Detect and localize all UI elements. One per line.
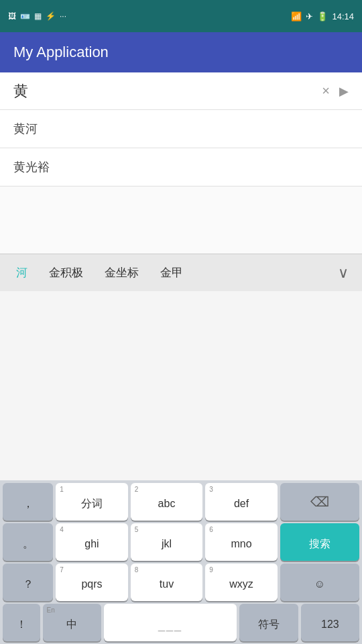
key-9-wxyz[interactable]: 9 wxyz bbox=[205, 564, 278, 601]
key-search[interactable]: 搜索 bbox=[280, 523, 359, 561]
usb-icon: ⚡ bbox=[46, 11, 56, 21]
search-clear-button[interactable]: × bbox=[322, 83, 330, 99]
key-5-jkl[interactable]: 5 jkl bbox=[131, 523, 203, 561]
key-num-9: 9 bbox=[209, 566, 213, 574]
suggestion-item-3[interactable]: 金甲 bbox=[149, 260, 194, 286]
wifi-icon: 📶 bbox=[291, 11, 302, 21]
key-space-label: ___ bbox=[158, 618, 182, 632]
key-4-ghi[interactable]: 4 ghi bbox=[56, 523, 128, 561]
photo-icon: 🖼 bbox=[8, 11, 16, 21]
key-3-def[interactable]: 3 def bbox=[205, 483, 278, 521]
key-lang-chinese: 中 bbox=[66, 618, 77, 632]
key-space[interactable]: ___ bbox=[104, 604, 237, 641]
content-area: 黄 × ▶ 黄河 黄光裕 bbox=[0, 72, 362, 186]
key-7-label: pqrs bbox=[81, 578, 102, 590]
signal-icon: ✈ bbox=[306, 11, 313, 21]
key-4-label: ghi bbox=[84, 538, 99, 550]
key-num-3: 3 bbox=[209, 486, 213, 493]
key-comma-label: ， bbox=[23, 497, 34, 511]
status-icons-right: 📶 ✈ 🔋 14:14 bbox=[291, 11, 354, 21]
key-emoji-label: ☺ bbox=[314, 578, 325, 590]
key-8-label: tuv bbox=[160, 578, 174, 590]
key-1-fensi[interactable]: 1 分词 bbox=[56, 483, 128, 521]
key-9-label: wxyz bbox=[229, 578, 253, 590]
keyboard-row-3: ？ 7 pqrs 8 tuv 9 wxyz ☺ bbox=[0, 561, 362, 601]
key-num-6: 6 bbox=[209, 526, 213, 533]
key-5-label: jkl bbox=[162, 538, 172, 550]
status-bar: 🖼 🪪 ▦ ⚡ ··· 📶 ✈ 🔋 14:14 bbox=[0, 0, 362, 32]
key-question-label: ？ bbox=[23, 578, 34, 592]
key-period[interactable]: 。 bbox=[3, 523, 53, 561]
key-lang-label: En bbox=[47, 606, 55, 614]
key-period-label: 。 bbox=[23, 537, 34, 551]
key-comma[interactable]: ， bbox=[3, 483, 53, 521]
key-question[interactable]: ？ bbox=[3, 564, 53, 601]
key-num-5: 5 bbox=[135, 526, 139, 533]
more-icon: ··· bbox=[60, 11, 66, 21]
key-num-7: 7 bbox=[60, 566, 64, 574]
key-search-label: 搜索 bbox=[309, 537, 330, 551]
suggestions-bar: 河 金积极 金坐标 金甲 ∨ bbox=[0, 254, 362, 291]
app-title: My Application bbox=[13, 44, 109, 61]
keyboard-row-2: 。 4 ghi 5 jkl 6 mno 搜索 bbox=[0, 521, 362, 561]
list-item-text: 黄河 bbox=[13, 121, 38, 137]
app-bar: My Application bbox=[0, 32, 362, 72]
key-num-4: 4 bbox=[60, 526, 64, 533]
search-arrow-button[interactable]: ▶ bbox=[339, 84, 349, 99]
keyboard: ， 1 分词 2 abc 3 def ⌫ 。 4 ghi 5 jkl bbox=[0, 480, 362, 644]
key-8-tuv[interactable]: 8 tuv bbox=[131, 564, 203, 601]
key-lang-switch[interactable]: En 中 bbox=[43, 604, 101, 641]
keyboard-row-1: ， 1 分词 2 abc 3 def ⌫ bbox=[0, 480, 362, 521]
key-exclaim-label: ！ bbox=[16, 618, 27, 632]
time-display: 14:14 bbox=[332, 11, 354, 21]
list-item-text: 黄光裕 bbox=[13, 159, 50, 175]
key-2-abc[interactable]: 2 abc bbox=[131, 483, 203, 521]
id-icon: 🪪 bbox=[20, 11, 30, 21]
key-6-mno[interactable]: 6 mno bbox=[205, 523, 278, 561]
key-2-label: abc bbox=[158, 498, 176, 510]
list-item[interactable]: 黄河 bbox=[0, 110, 362, 148]
search-input-value[interactable]: 黄 bbox=[13, 81, 322, 101]
keyboard-row-4: ！ En 中 ___ 符号 123 bbox=[0, 601, 362, 644]
suggestion-item-1[interactable]: 金积极 bbox=[38, 260, 94, 286]
key-1-label: 分词 bbox=[81, 497, 103, 511]
key-num-switch-label: 123 bbox=[321, 619, 339, 631]
key-num-switch[interactable]: 123 bbox=[301, 604, 359, 641]
key-punct[interactable]: 符号 bbox=[239, 604, 298, 641]
key-7-pqrs[interactable]: 7 pqrs bbox=[56, 564, 128, 601]
search-row[interactable]: 黄 × ▶ bbox=[0, 72, 362, 110]
key-num-1: 1 bbox=[60, 486, 64, 493]
key-num-8: 8 bbox=[135, 566, 139, 574]
suggestion-item-2[interactable]: 金坐标 bbox=[94, 260, 149, 286]
key-punct-label: 符号 bbox=[258, 618, 280, 632]
suggestion-item-0[interactable]: 河 bbox=[5, 260, 38, 286]
key-emoji[interactable]: ☺ bbox=[280, 564, 359, 601]
battery-icon: 🔋 bbox=[317, 11, 328, 21]
suggestions-expand-button[interactable]: ∨ bbox=[330, 259, 357, 287]
key-3-label: def bbox=[234, 498, 249, 510]
key-6-label: mno bbox=[231, 538, 251, 550]
key-exclaim[interactable]: ！ bbox=[3, 604, 40, 641]
key-delete[interactable]: ⌫ bbox=[280, 483, 359, 521]
delete-icon: ⌫ bbox=[310, 494, 329, 510]
list-item[interactable]: 黄光裕 bbox=[0, 148, 362, 186]
key-num-2: 2 bbox=[135, 486, 139, 493]
empty-area bbox=[0, 186, 362, 254]
screen-icon: ▦ bbox=[34, 11, 42, 21]
status-icons-left: 🖼 🪪 ▦ ⚡ ··· bbox=[8, 11, 66, 21]
